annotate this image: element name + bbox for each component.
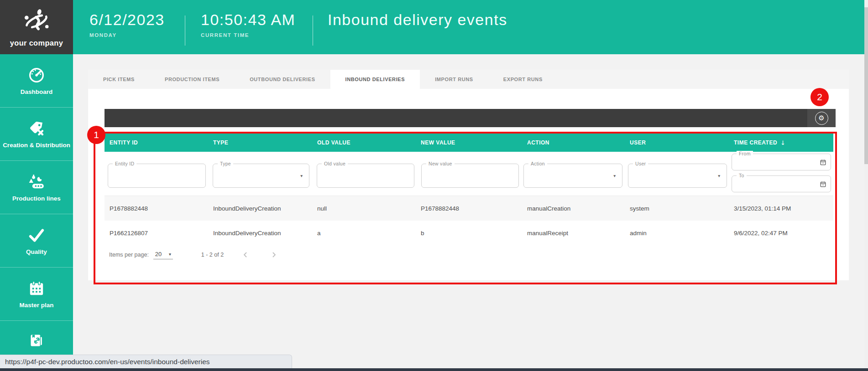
settings-button[interactable]: ⚙ xyxy=(807,109,836,127)
sidebar-item-label: Quality xyxy=(24,248,49,256)
browser-status-url: https://p4f-pc-dev.productoo.com/en-us/e… xyxy=(0,355,292,368)
bottom-edge-bar xyxy=(0,368,868,371)
scrollbar-thumb[interactable] xyxy=(864,7,868,164)
filter-new-value: New value xyxy=(421,164,519,188)
header-divider xyxy=(313,15,313,46)
chevron-down-icon: ▼ xyxy=(613,174,617,178)
column-header-user[interactable]: USER xyxy=(630,134,646,152)
annotation-step-1: 1 xyxy=(87,126,105,144)
header-time-block: 10:50:43 AM CURRENT TIME xyxy=(201,11,295,38)
company-logo-icon xyxy=(22,7,51,37)
chevron-left-icon xyxy=(241,250,250,259)
company-logo-label: your company xyxy=(10,39,63,47)
tab-inbound-deliveries[interactable]: INBOUND DELIVERIES xyxy=(330,70,420,89)
tab-production-items[interactable]: PRODUCTION ITEMS xyxy=(150,70,235,89)
table-header-row: ENTITY ID TYPE OLD VALUE NEW VALUE ACTIO… xyxy=(105,134,833,152)
filter-row: Entity ID Type ▼ Old value New value Act… xyxy=(105,152,833,196)
paginator: Items per page: 20 ▼ 1 - 2 of 2 xyxy=(105,245,833,264)
page-title: Inbound delivery events xyxy=(328,11,507,29)
table-row[interactable]: P1662126807 InboundDeliveryCreation a b … xyxy=(105,221,833,245)
tab-import-runs[interactable]: IMPORT RUNS xyxy=(420,70,488,89)
previous-page-button[interactable] xyxy=(239,248,252,261)
old-value-filter-input[interactable] xyxy=(323,168,400,186)
sidebar-item-label: Production lines xyxy=(10,195,63,202)
gear-icon: ⚙ xyxy=(815,112,828,125)
sidebar-item-production-lines[interactable]: Production lines xyxy=(0,161,73,214)
page-range-label: 1 - 2 of 2 xyxy=(201,252,224,258)
sidebar-item-label: Dashboard xyxy=(19,88,55,96)
sidebar-item-master-plan[interactable]: Master plan xyxy=(0,268,73,321)
filter-date-from[interactable]: From xyxy=(732,154,831,170)
robot-conveyor-icon xyxy=(27,173,46,191)
filter-action[interactable]: Action ▼ xyxy=(523,164,622,188)
table-toolbar: ⚙ xyxy=(105,109,836,127)
top-header: 6/12/2023 MONDAY 10:50:43 AM CURRENT TIM… xyxy=(73,0,865,54)
items-per-page-label: Items per page: xyxy=(109,252,149,258)
column-header-action[interactable]: ACTION xyxy=(527,134,549,152)
filter-entity-id: Entity ID xyxy=(108,164,206,188)
chevron-down-icon: ▼ xyxy=(300,174,303,178)
chevron-down-icon: ▼ xyxy=(717,174,721,178)
next-page-button[interactable] xyxy=(267,248,280,261)
sort-desc-icon: ↓ xyxy=(780,139,785,146)
sidebar-nav: Dashboard Creation & Distribution xyxy=(0,54,73,371)
tag-x-icon xyxy=(27,119,46,138)
column-header-new-value[interactable]: NEW VALUE xyxy=(421,134,455,152)
sidebar-item-quality[interactable]: Quality xyxy=(0,214,73,268)
column-header-old-value[interactable]: OLD VALUE xyxy=(317,134,350,152)
annotation-step-2: 2 xyxy=(810,88,829,106)
header-date-block: 6/12/2023 MONDAY xyxy=(89,11,165,38)
entity-id-filter-input[interactable] xyxy=(114,168,192,186)
filter-type[interactable]: Type ▼ xyxy=(213,164,309,188)
table-row[interactable]: P1678882448 InboundDeliveryCreation null… xyxy=(105,196,833,221)
header-time: 10:50:43 AM xyxy=(201,11,295,29)
calendar-picker-icon[interactable] xyxy=(820,180,826,187)
content-card: PICK ITEMS PRODUCTION ITEMS OUTBOUND DEL… xyxy=(88,70,849,280)
events-table: ENTITY ID TYPE OLD VALUE NEW VALUE ACTIO… xyxy=(105,134,833,264)
filter-old-value: Old value xyxy=(317,164,414,188)
tab-pick-items[interactable]: PICK ITEMS xyxy=(88,70,150,89)
calendar-icon xyxy=(27,279,46,298)
chevron-right-icon xyxy=(269,250,278,259)
box-link-icon xyxy=(27,331,46,350)
sidebar: your company Dashboard xyxy=(0,0,73,371)
header-date: 6/12/2023 xyxy=(89,11,165,29)
check-icon xyxy=(27,226,46,244)
tab-bar: PICK ITEMS PRODUCTION ITEMS OUTBOUND DEL… xyxy=(88,70,849,89)
column-header-entity-id[interactable]: ENTITY ID xyxy=(110,134,138,152)
filter-date-to[interactable]: To xyxy=(732,175,831,192)
column-header-time-created[interactable]: TIME CREATED ↓ xyxy=(734,134,786,152)
sidebar-item-label: Creation & Distribution xyxy=(1,142,72,149)
sidebar-item-dashboard[interactable]: Dashboard xyxy=(0,54,73,108)
header-day-label: MONDAY xyxy=(89,32,165,38)
gauge-icon xyxy=(27,66,46,84)
sidebar-item-label: Master plan xyxy=(17,302,55,309)
header-divider xyxy=(185,15,185,46)
header-time-label: CURRENT TIME xyxy=(201,32,295,38)
items-per-page-select[interactable]: 20 ▼ xyxy=(153,251,173,259)
company-logo[interactable]: your company xyxy=(0,0,73,54)
tab-outbound-deliveries[interactable]: OUTBOUND DELIVERIES xyxy=(235,70,330,89)
vertical-scrollbar xyxy=(864,0,868,368)
calendar-picker-icon[interactable] xyxy=(820,159,826,165)
column-header-type[interactable]: TYPE xyxy=(213,134,228,152)
filter-user[interactable]: User ▼ xyxy=(628,164,727,188)
tab-export-runs[interactable]: EXPORT RUNS xyxy=(488,70,558,89)
sidebar-item-creation-distribution[interactable]: Creation & Distribution xyxy=(0,108,73,161)
new-value-filter-input[interactable] xyxy=(427,168,505,186)
app-window: your company Dashboard xyxy=(0,0,868,371)
chevron-down-icon: ▼ xyxy=(168,252,172,258)
